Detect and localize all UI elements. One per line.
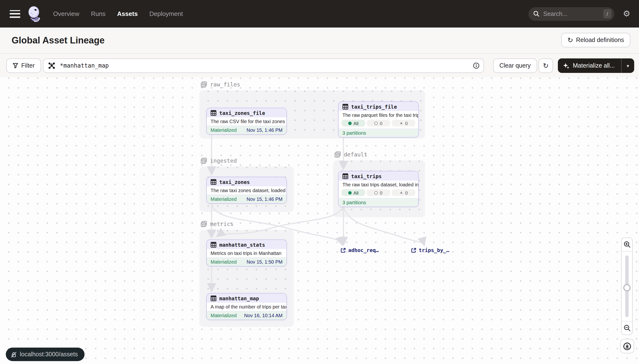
asset-node-manhattan-map[interactable]: manhattan_map A map of the number of tri…: [206, 293, 287, 320]
materialize-main[interactable]: Materialize all...: [558, 62, 621, 69]
reload-icon: ↻: [567, 37, 573, 44]
asset-node-header: taxi_zones: [207, 177, 286, 186]
triangle-icon: ▲: [399, 121, 403, 125]
status-badge: Materialized: [211, 196, 237, 202]
lock-slash-icon: [11, 351, 17, 358]
partition-health-row: All 0 ▲0: [339, 119, 418, 128]
nav-item-assets[interactable]: Assets: [117, 10, 138, 18]
top-nav: Overview Runs Assets Deployment Search..…: [0, 0, 639, 28]
table-icon: [211, 179, 216, 185]
query-info-icon[interactable]: [473, 62, 480, 69]
search-icon: [533, 10, 539, 17]
sparkle-icon: [563, 62, 569, 69]
status-timestamp: Nov 15, 1:46 PM: [247, 128, 283, 133]
table-icon: [342, 104, 348, 109]
recenter-view-button[interactable]: [620, 339, 634, 354]
graph-query-icon: [48, 62, 55, 69]
circle-outline-icon: [375, 191, 378, 194]
status-timestamp: Nov 15, 1:50 PM: [247, 259, 283, 264]
table-icon: [211, 110, 216, 116]
search-shortcut-badge: /: [603, 9, 611, 18]
asset-name: manhattan_map: [219, 295, 259, 301]
asset-status-row: Materialized Nov 15, 1:46 PM: [207, 194, 286, 203]
asset-node-taxi-zones-file[interactable]: taxi_zones_file The raw CSV file for the…: [206, 108, 287, 135]
gear-icon[interactable]: ⚙: [623, 10, 630, 18]
asset-name: taxi_trips_file: [351, 104, 397, 109]
refresh-icon: ↻: [543, 62, 548, 69]
external-asset-adhoc-request[interactable]: adhoc_req…: [341, 247, 379, 253]
filter-button[interactable]: Filter: [6, 58, 41, 73]
search-placeholder: Search...: [543, 10, 603, 17]
zoom-in-button[interactable]: [621, 238, 632, 252]
asset-name: taxi_zones_file: [219, 110, 265, 116]
partitions-failed-pill: ▲0: [392, 189, 415, 196]
nav-item-deployment[interactable]: Deployment: [149, 10, 183, 18]
filter-funnel-icon: [13, 63, 18, 68]
partitions-missing-pill: 0: [367, 189, 390, 196]
page-header: Global Asset Lineage ↻ Reload definition…: [0, 28, 639, 54]
asset-node-taxi-trips[interactable]: taxi_trips The raw taxi trips dataset, l…: [338, 171, 419, 207]
asset-status-row: Materialized Nov 16, 10:14 AM: [207, 311, 286, 320]
clear-query-label: Clear query: [499, 62, 530, 69]
zoom-out-icon: [623, 324, 630, 332]
asset-node-manhattan-stats[interactable]: manhattan_stats Metrics on taxi trips in…: [206, 240, 287, 266]
group-label-ingested[interactable]: ingested: [200, 158, 237, 164]
external-asset-label: trips_by_…: [419, 247, 449, 253]
external-asset-trips-by[interactable]: trips_by_…: [411, 247, 449, 253]
lineage-canvas[interactable]: raw_files ingested default: [0, 77, 639, 364]
lineage-toolbar: Filter Clear query ↻: [0, 54, 639, 77]
group-name: raw_files: [210, 81, 240, 88]
external-link-icon: [411, 248, 416, 253]
asset-node-header: taxi_trips: [339, 172, 418, 180]
search-input[interactable]: Search... /: [528, 7, 614, 20]
group-name: default: [344, 151, 367, 158]
lineage-edges: [0, 77, 639, 364]
clear-query-button[interactable]: Clear query: [493, 58, 537, 73]
nav-item-runs[interactable]: Runs: [91, 10, 106, 18]
status-badge: Materialized: [211, 313, 237, 318]
reload-label: Reload definitions: [576, 37, 624, 44]
partitions-missing-pill: 0: [367, 120, 390, 126]
asset-node-taxi-zones[interactable]: taxi_zones The raw taxi zones dataset, l…: [206, 177, 287, 204]
dagster-logo: [27, 6, 42, 22]
asset-name: taxi_trips: [351, 173, 382, 179]
zoom-slider-thumb[interactable]: [623, 284, 630, 291]
green-dot-icon: [348, 191, 351, 194]
group-label-metrics[interactable]: metrics: [200, 220, 234, 228]
asset-name: taxi_zones: [219, 179, 250, 185]
nav-right: Search... / ⚙: [528, 7, 630, 20]
materialize-caret[interactable]: ▾: [621, 63, 634, 68]
group-icon: [200, 81, 207, 88]
page-title: Global Asset Lineage: [12, 35, 105, 46]
browser-url-badge: localhost:3000/assets: [6, 348, 85, 361]
group-label-default[interactable]: default: [334, 151, 367, 158]
asset-node-taxi-trips-file[interactable]: taxi_trips_file The raw parquet files fo…: [338, 102, 419, 138]
refresh-button[interactable]: ↻: [538, 58, 553, 73]
asset-node-header: manhattan_map: [207, 294, 286, 303]
zoom-slider[interactable]: [621, 252, 632, 321]
zoom-in-icon: [623, 241, 630, 248]
status-badge: Materialized: [211, 128, 237, 133]
circle-outline-icon: [375, 122, 378, 125]
reload-definitions-button[interactable]: ↻ Reload definitions: [561, 33, 630, 47]
green-dot-icon: [348, 122, 351, 125]
external-asset-label: adhoc_req…: [348, 247, 379, 253]
nav-links: Overview Runs Assets Deployment: [53, 10, 183, 18]
browser-url-text: localhost:3000/assets: [20, 351, 78, 358]
recenter-icon: [623, 342, 631, 350]
group-label-raw-files[interactable]: raw_files: [200, 81, 240, 88]
asset-description: The raw parquet files for the taxi trips…: [339, 111, 418, 119]
asset-query-input[interactable]: [59, 62, 473, 70]
zoom-out-button[interactable]: [621, 321, 632, 334]
asset-node-header: taxi_zones_file: [207, 108, 286, 117]
status-badge: Materialized: [211, 259, 237, 264]
dagster-app: Overview Runs Assets Deployment Search..…: [0, 0, 639, 364]
menu-icon[interactable]: [10, 10, 20, 18]
table-icon: [211, 295, 216, 301]
asset-status-row: Materialized Nov 15, 1:50 PM: [207, 257, 286, 266]
nav-item-overview[interactable]: Overview: [53, 10, 79, 18]
asset-description: The raw taxi trips dataset, loaded into …: [339, 180, 418, 189]
status-timestamp: Nov 16, 10:14 AM: [244, 313, 283, 318]
materialize-all-button[interactable]: Materialize all... ▾: [558, 58, 634, 73]
asset-description: Metrics on taxi trips in Manhattan: [207, 249, 286, 257]
